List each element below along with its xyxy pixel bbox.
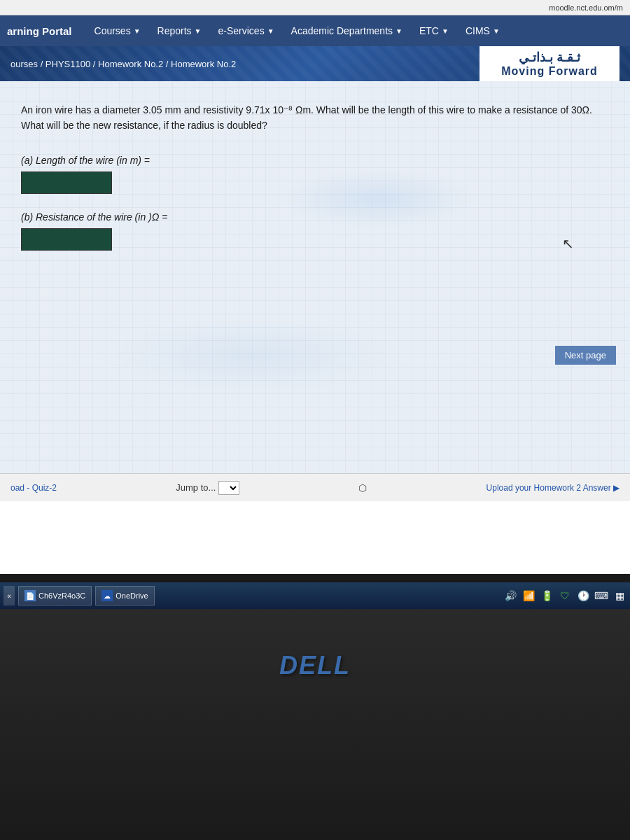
institution-logo: ثـقـة بـذاتـي Moving Forward (479, 46, 620, 81)
part-b-label: (b) Resistance of the wire (in )Ω = (21, 211, 609, 223)
clock-icon: 🕐 (576, 589, 590, 603)
breadcrumb: ourses / PHYS1100 / Homework No.2 / Home… (10, 59, 479, 69)
doc-icon: 📄 (24, 590, 36, 601)
question-part-b: (b) Resistance of the wire (in )Ω = (21, 211, 609, 251)
url-bar: moodle.nct.edu.om/m (0, 0, 630, 15)
taskbar: « 📄 Ch6VzR4o3C ☁ OneDrive 🔊 📶 🔋 🛡 🕐 ⌨ ▦ (0, 582, 630, 609)
taskbar-item-onedrive[interactable]: ☁ OneDrive (95, 586, 154, 606)
reports-dropdown-icon: ▼ (195, 27, 202, 35)
taskbar-doc-label: Ch6VzR4o3C (38, 592, 85, 600)
next-page-button[interactable]: Next page (555, 346, 616, 365)
part-a-label: (a) Length of the wire (in m) = (21, 155, 609, 166)
navbar-item-eservices[interactable]: e-Services ▼ (210, 15, 283, 46)
cursor-icon: ↖ (562, 235, 574, 252)
navbar-item-reports[interactable]: Reports ▼ (149, 15, 210, 46)
battery-icon: 🔋 (540, 589, 554, 603)
dell-logo: DELL (279, 651, 351, 680)
jump-to-label: Jump to... (176, 481, 239, 495)
navbar: arning Portal Courses ▼ Reports ▼ e-Serv… (0, 15, 630, 46)
show-desktop-icon[interactable]: ▦ (612, 589, 626, 603)
logo-arabic-text: ثـقـة بـذاتـي (519, 50, 580, 65)
navbar-brand: arning Portal (7, 25, 72, 37)
part-a-input[interactable] (21, 172, 112, 194)
jump-to-select[interactable] (218, 481, 239, 495)
academic-dropdown-icon: ▼ (396, 27, 402, 35)
eservices-dropdown-icon: ▼ (267, 27, 274, 35)
url-text: moodle.nct.edu.om/m (549, 4, 623, 12)
logo-english-text: Moving Forward (501, 65, 598, 78)
bottom-nav: oad - Quiz-2 Jump to... ⬡ Upload your Ho… (0, 473, 630, 501)
upload-link[interactable]: Upload your Homework 2 Answer ▶ (486, 483, 620, 493)
laptop-body: DELL (0, 609, 630, 840)
taskbar-right: 🔊 📶 🔋 🛡 🕐 ⌨ ▦ (503, 589, 626, 603)
taskbar-overflow-button[interactable]: « (4, 586, 15, 606)
navbar-item-cims[interactable]: CIMS ▼ (457, 15, 508, 46)
etc-dropdown-icon: ▼ (442, 27, 449, 35)
courses-dropdown-icon: ▼ (134, 27, 141, 35)
main-content: An iron wire has a diameter 3.05 mm and … (0, 81, 630, 473)
shield-icon: 🛡 (558, 589, 572, 603)
onedrive-icon: ☁ (102, 590, 113, 601)
speaker-icon[interactable]: 🔊 (503, 589, 517, 603)
navbar-item-etc[interactable]: ETC ▼ (411, 15, 457, 46)
part-b-input[interactable] (21, 228, 112, 251)
taskbar-item-doc[interactable]: 📄 Ch6VzR4o3C (18, 586, 92, 606)
question-part-a: (a) Length of the wire (in m) = (21, 155, 609, 194)
cims-dropdown-icon: ▼ (493, 27, 500, 35)
question-text: An iron wire has a diameter 3.05 mm and … (21, 102, 609, 134)
navbar-item-academic[interactable]: Academic Departments ▼ (283, 15, 411, 46)
bottom-links: oad - Quiz-2 Jump to... ⬡ Upload your Ho… (10, 481, 620, 495)
prev-nav-label[interactable]: oad - Quiz-2 (10, 483, 57, 493)
separator-icon: ⬡ (358, 482, 367, 493)
wifi-icon[interactable]: 📶 (522, 589, 536, 603)
navbar-item-courses[interactable]: Courses ▼ (86, 15, 149, 46)
taskbar-onedrive-label: OneDrive (115, 592, 148, 600)
breadcrumb-bar: ourses / PHYS1100 / Homework No.2 / Home… (0, 46, 630, 81)
keyboard-icon[interactable]: ⌨ (594, 589, 608, 603)
